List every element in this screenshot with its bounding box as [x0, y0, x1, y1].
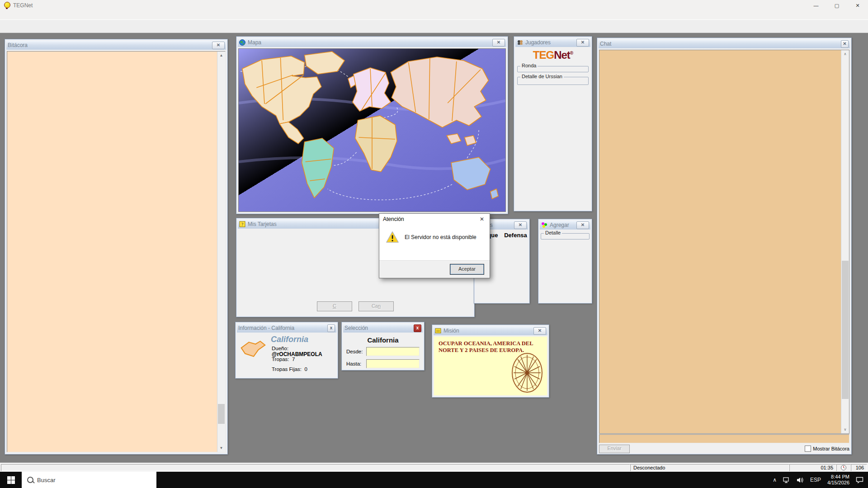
seleccion-titlebar[interactable]: Selección x [343, 324, 423, 333]
mapa-close-icon[interactable]: ✕ [492, 39, 505, 47]
jugadores-titlebar[interactable]: Jugadores ✕ [515, 38, 590, 47]
timer-icon [836, 464, 851, 471]
canjear-button[interactable]: Can [359, 301, 394, 311]
mision-close-icon[interactable]: ✕ [533, 327, 546, 335]
maximize-button[interactable]: ▢ [826, 0, 847, 11]
app-title: TEGNet [13, 2, 33, 9]
mision-titlebar[interactable]: Misión ✕ [434, 326, 547, 335]
tropas-row: Tropas: 7 [272, 357, 295, 362]
jugadores-close-icon[interactable]: ✕ [576, 39, 589, 47]
minimize-button[interactable]: — [806, 0, 826, 11]
country-name: California [271, 335, 308, 344]
agregar-detalle-group: Detalle [541, 233, 590, 239]
note-icon [435, 328, 441, 334]
notification-icon[interactable] [856, 477, 863, 483]
agregar-title: Agregar [550, 222, 569, 228]
seleccion-country: California [342, 336, 424, 344]
ronda-label: Ronda [520, 63, 538, 68]
taskbar: Buscar ∧ ESP 8:44 PM4/15/2026 [0, 472, 868, 488]
dialog-close-icon[interactable]: ✕ [474, 216, 490, 222]
bitacora-scrollbar[interactable]: ▲ ▼ [217, 52, 225, 452]
dialog-titlebar[interactable]: Atención ✕ [379, 214, 490, 225]
compass-rose-icon [510, 351, 544, 394]
app-titlebar: TEGNet — ▢ ✕ [0, 0, 868, 11]
defense-label: Defensa [502, 232, 529, 239]
tegnet-logo: TEGNet® [514, 49, 592, 61]
tegnet-balloon-icon [3, 2, 10, 9]
scroll-thumb[interactable] [218, 404, 225, 424]
seleccion-title: Selección [344, 325, 368, 331]
mapa-titlebar[interactable]: Mapa ✕ [238, 38, 506, 47]
panel-seleccion: Selección x California Desde: Hasta: [341, 322, 425, 371]
taskbar-clock[interactable]: 8:44 PM4/15/2026 [827, 474, 849, 486]
seleccion-close-icon[interactable]: x [414, 324, 421, 332]
owner-row: Dueño: @rOCHABMPEOLA [272, 346, 338, 357]
ronda-group: Ronda [517, 66, 589, 72]
language-indicator[interactable]: ESP [810, 477, 821, 483]
start-button[interactable] [0, 472, 22, 488]
panel-jugadores: Jugadores ✕ TEGNet® Ronda Detalle de Urs… [514, 36, 592, 211]
agregar-titlebar[interactable]: Agregar ✕ [540, 221, 590, 230]
detalle-group: Detalle de Urssian [517, 77, 589, 85]
informacion-titlebar[interactable]: Información - California x [237, 324, 336, 333]
detalle-label: Detalle de Urssian [520, 74, 564, 79]
volume-icon[interactable] [797, 477, 804, 483]
show-log-label: Mostrar Bitácora [813, 446, 849, 451]
bitacora-title: Bitácora [8, 42, 28, 48]
panel-chat: Chat ✕ ∧ ∨ Enviar Mostrar Bitácora [597, 38, 852, 455]
players-icon [517, 39, 523, 46]
chat-input[interactable] [599, 434, 849, 443]
tropas-value: 7 [292, 357, 295, 362]
troop-count: 106 [851, 464, 867, 471]
desde-input[interactable] [366, 347, 420, 356]
informacion-close-icon[interactable]: x [327, 324, 335, 332]
taskbar-search[interactable]: Buscar [22, 472, 156, 488]
panel-agregar: Agregar ✕ Detalle [538, 219, 592, 304]
scroll-down-icon[interactable]: ∨ [841, 426, 849, 433]
agregar-close-icon[interactable]: ✕ [576, 221, 589, 229]
card-icon: ? [239, 221, 245, 227]
hasta-label: Hasta: [346, 361, 363, 366]
map-continents [239, 49, 505, 211]
mapa-title: Mapa [248, 39, 261, 46]
country-shape-icon [239, 339, 268, 358]
show-log-checkbox[interactable]: Mostrar Bitácora [805, 446, 849, 452]
tarjetas-title: Mis Tarjetas [248, 221, 277, 227]
network-icon[interactable] [783, 477, 790, 483]
world-map[interactable] [238, 48, 506, 212]
dialog-message: El Servidor no está disponible [405, 234, 476, 240]
cobrar-button[interactable]: C [317, 301, 352, 311]
bitacora-log: ▲ ▼ [7, 51, 226, 452]
scroll-up-icon[interactable]: ∧ [841, 50, 849, 58]
scroll-down-icon[interactable]: ▼ [217, 444, 225, 452]
mision-title: Misión [443, 328, 459, 334]
checkbox-icon[interactable] [805, 446, 811, 452]
jugadores-title: Jugadores [525, 39, 551, 46]
send-button[interactable]: Enviar [599, 445, 630, 453]
bitacora-close-icon[interactable]: ✕ [212, 42, 225, 49]
scroll-up-icon[interactable]: ▲ [217, 52, 225, 59]
hasta-input[interactable] [366, 359, 420, 368]
fijas-row: Tropas Fijas: 0 [272, 366, 307, 372]
chat-titlebar[interactable]: Chat ✕ [599, 39, 850, 48]
mission-card: OCUPAR OCEANIA, AMERICA DEL NORTE Y 2 PA… [434, 337, 547, 395]
windows-icon [7, 476, 15, 484]
menubar [0, 11, 868, 19]
chat-close-icon[interactable]: ✕ [841, 40, 849, 48]
chat-scrollbar[interactable]: ∧ ∨ [841, 50, 849, 433]
fijas-value: 0 [304, 366, 307, 372]
aceptar-button[interactable]: Aceptar [450, 264, 484, 275]
toolbar [0, 19, 868, 33]
chat-messages: ∧ ∨ [599, 50, 849, 434]
close-button[interactable]: ✕ [847, 0, 868, 11]
molecule-icon [541, 222, 547, 228]
panel-informacion: Información - California x California Du… [235, 322, 338, 379]
informacion-title: Información - California [238, 325, 294, 331]
connection-status: Desconectado [630, 464, 789, 471]
tray-chevron-icon[interactable]: ∧ [773, 477, 777, 483]
scroll-thumb[interactable] [842, 261, 849, 399]
turn-timer: 01:35 [789, 464, 836, 471]
dados-close-icon[interactable]: ✕ [514, 221, 527, 229]
search-placeholder: Buscar [37, 477, 55, 483]
bitacora-titlebar[interactable]: Bitácora ✕ [6, 41, 226, 50]
